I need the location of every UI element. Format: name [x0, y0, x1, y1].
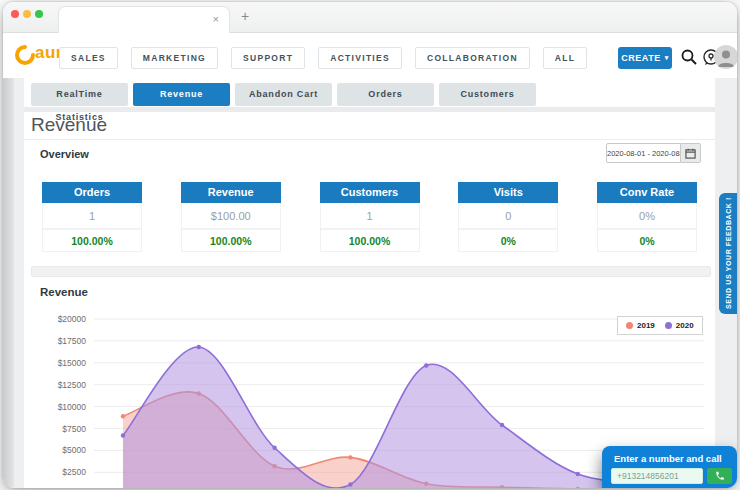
- create-button[interactable]: CREATE ▾: [618, 47, 672, 69]
- stat-card-header: Visits: [458, 182, 558, 203]
- app-header: auro com SALES MARKETING SUPPORT ACTIVIT…: [3, 33, 737, 78]
- overview-heading: Overview: [40, 148, 89, 160]
- legend-item-2020[interactable]: 2020: [665, 321, 694, 330]
- tab-orders[interactable]: Orders: [337, 83, 434, 106]
- stat-card-header: Customers: [320, 182, 420, 203]
- feedback-tab-label: SEND US YOUR FEEDBACK !: [725, 197, 732, 309]
- main-nav: SALES MARKETING SUPPORT ACTIVITIES COLLA…: [59, 47, 587, 69]
- title-divider: [24, 139, 715, 140]
- svg-text:$5000: $5000: [62, 445, 86, 455]
- call-widget: Enter a number and call: [602, 446, 737, 488]
- stat-card-revenue: Revenue $100.00 100.00%: [181, 182, 281, 252]
- stat-card-conv-rate: Conv Rate 0% 0%: [597, 182, 697, 252]
- svg-text:$7500: $7500: [62, 424, 86, 434]
- stat-card-value: 1: [42, 203, 142, 229]
- nav-item-support[interactable]: SUPPORT: [231, 47, 305, 69]
- stat-card-header: Conv Rate: [597, 182, 697, 203]
- nav-item-activities[interactable]: ACTIVITIES: [318, 47, 402, 69]
- svg-text:$12500: $12500: [58, 380, 87, 390]
- svg-text:$10000: $10000: [58, 402, 87, 412]
- svg-text:$2500: $2500: [62, 467, 86, 477]
- chevron-down-icon: ▾: [665, 54, 669, 62]
- legend-dot: [665, 322, 672, 329]
- search-icon[interactable]: [680, 48, 698, 66]
- stat-card-value: 1: [320, 203, 420, 229]
- call-widget-title: Enter a number and call: [614, 453, 722, 464]
- date-range-input[interactable]: [606, 143, 681, 163]
- stat-card-header: Orders: [42, 182, 142, 203]
- browser-tab[interactable]: ×: [58, 6, 230, 33]
- feedback-tab[interactable]: SEND US YOUR FEEDBACK !: [719, 193, 737, 314]
- stat-card-change: 100.00%: [181, 229, 281, 252]
- calendar-button[interactable]: [681, 143, 701, 163]
- stat-card-orders: Orders 1 100.00%: [42, 182, 142, 252]
- logo-swirl-icon: [15, 45, 35, 65]
- tab-revenue[interactable]: Revenue: [133, 83, 230, 106]
- section-tabs: RealTime Statistics Revenue Abandon Cart…: [31, 83, 536, 106]
- svg-text:$15000: $15000: [58, 358, 87, 368]
- stat-card-change: 100.00%: [320, 229, 420, 252]
- browser-window: × + auro com SALES MARKETING SUPPORT ACT…: [3, 2, 737, 488]
- minimize-window-button[interactable]: [23, 10, 31, 18]
- phone-number-input[interactable]: [611, 468, 703, 484]
- tab-close-icon[interactable]: ×: [213, 13, 219, 25]
- page-title: Revenue: [31, 114, 107, 136]
- legend-label: 2020: [676, 321, 694, 330]
- stat-card-value: 0%: [597, 203, 697, 229]
- svg-text:$20000: $20000: [58, 314, 87, 324]
- legend-item-2019[interactable]: 2019: [626, 321, 655, 330]
- stat-card-change: 0%: [597, 229, 697, 252]
- stat-card-visits: Visits 0 0%: [458, 182, 558, 252]
- chart-title: Revenue: [40, 286, 88, 298]
- tab-customers[interactable]: Customers: [439, 83, 536, 106]
- close-window-button[interactable]: [11, 10, 19, 18]
- calendar-icon: [685, 148, 696, 159]
- user-avatar[interactable]: [714, 45, 737, 69]
- window-edge-shade: [3, 78, 14, 488]
- zoom-window-button[interactable]: [35, 10, 43, 18]
- stat-card-header: Revenue: [181, 182, 281, 203]
- stat-card-value: $100.00: [181, 203, 281, 229]
- nav-item-marketing[interactable]: MARKETING: [131, 47, 218, 69]
- stat-card-change: 0%: [458, 229, 558, 252]
- window-controls: [11, 10, 43, 18]
- legend-label: 2019: [637, 321, 655, 330]
- tab-abandon-cart[interactable]: Abandon Cart: [235, 83, 332, 106]
- chart-legend: 2019 2020: [617, 316, 703, 335]
- svg-text:$17500: $17500: [58, 336, 87, 346]
- call-button[interactable]: [707, 468, 732, 484]
- stat-card-value: 0: [458, 203, 558, 229]
- content-panel: RealTime Statistics Revenue Abandon Cart…: [24, 78, 715, 488]
- stat-card-change: 100.00%: [42, 229, 142, 252]
- stat-cards-row: Orders 1 100.00% Revenue $100.00 100.00%…: [42, 182, 697, 252]
- section-divider-strip: [31, 266, 711, 277]
- tabs-divider-band: [24, 107, 715, 112]
- browser-chrome: × +: [3, 2, 737, 33]
- stat-card-customers: Customers 1 100.00%: [320, 182, 420, 252]
- screenshot-stage: × + auro com SALES MARKETING SUPPORT ACT…: [0, 0, 740, 490]
- nav-item-all[interactable]: ALL: [543, 47, 587, 69]
- tab-realtime-statistics[interactable]: RealTime Statistics: [31, 83, 128, 106]
- person-icon: [714, 45, 737, 69]
- nav-item-sales[interactable]: SALES: [59, 47, 118, 69]
- nav-item-collaboration[interactable]: COLLABORATION: [415, 47, 530, 69]
- legend-dot: [626, 322, 633, 329]
- new-tab-icon[interactable]: +: [241, 8, 249, 24]
- phone-icon: [715, 471, 725, 481]
